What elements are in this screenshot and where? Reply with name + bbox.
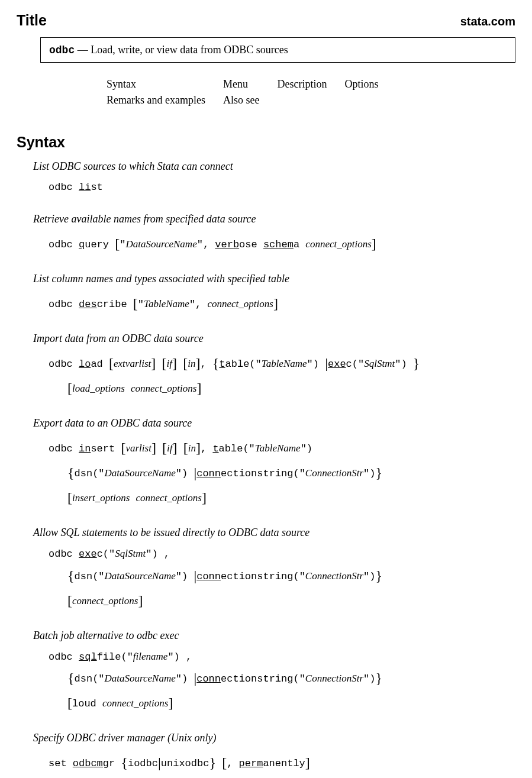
syntax-query-desc: Retrieve available names from specified … [33,213,515,225]
nav-alsosee[interactable]: Also see [223,94,260,106]
nav-remarks[interactable]: Remarks and examples [107,94,205,106]
title-dash: — [78,44,88,56]
syntax-exec: Allow SQL statements to be issued direct… [33,527,515,613]
syntax-sqlfile-cmd: odbc sqlfile("filename") ,{dsn("DataSour… [49,648,515,716]
title-command: odbc [49,44,75,56]
syntax-describe: List column names and types associated w… [33,273,515,316]
title-desc: Load, write, or view data from ODBC sour… [91,44,288,56]
nav-description[interactable]: Description [277,78,327,90]
nav-links: Syntax Menu Description Options Remarks … [105,76,396,109]
syntax-insert-desc: Export data to an ODBC data source [33,417,515,430]
syntax-load: Import data from an ODBC data source odb… [33,332,515,401]
syntax-sqlfile: Batch job alternative to odbc exec odbc … [33,629,515,716]
syntax-sqlfile-desc: Batch job alternative to odbc exec [33,629,515,642]
syntax-load-cmd: odbc load [extvarlist] [if] [in], {table… [49,351,515,401]
syntax-set-odbcmgr-cmd: set odbcmgr {iodbc|unixodbc} [, permanen… [49,750,515,775]
syntax-set-odbcmgr: Specify ODBC driver manager (Unix only) … [33,732,515,775]
syntax-list-desc: List ODBC sources to which Stata can con… [33,160,515,173]
syntax-insert-cmd: odbc insert [varlist] [if] [in], table("… [49,435,515,510]
syntax-list-cmd: odbc list [49,179,515,196]
nav-options[interactable]: Options [344,78,378,90]
section-syntax: Syntax [17,134,515,151]
syntax-insert: Export data to an ODBC data source odbc … [33,417,515,510]
brand-link[interactable]: stata.com [460,15,515,28]
page-title: Title [17,12,47,29]
syntax-query-cmd: odbc query ["DataSourceName", verbose sc… [49,231,515,256]
syntax-describe-desc: List column names and types associated w… [33,273,515,285]
syntax-exec-desc: Allow SQL statements to be issued direct… [33,527,515,539]
syntax-load-desc: Import data from an ODBC data source [33,332,515,345]
header-row: Title stata.com [17,12,515,29]
syntax-set-odbcmgr-desc: Specify ODBC driver manager (Unix only) [33,732,515,744]
nav-menu[interactable]: Menu [223,78,248,90]
nav-syntax[interactable]: Syntax [107,78,136,90]
syntax-exec-cmd: odbc exec("SqlStmt") ,{dsn("DataSourceNa… [49,545,515,613]
syntax-list: List ODBC sources to which Stata can con… [33,160,515,196]
syntax-describe-cmd: odbc describe ["TableName", connect_opti… [49,291,515,316]
syntax-query: Retrieve available names from specified … [33,213,515,256]
title-box: odbc — Load, write, or view data from OD… [40,37,515,63]
